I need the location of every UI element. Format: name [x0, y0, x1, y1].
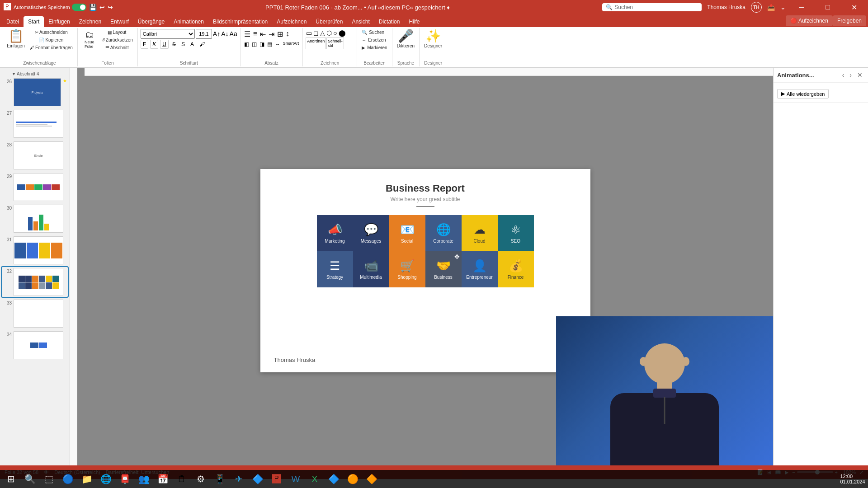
cell-cloud[interactable]: ☁ Cloud — [462, 215, 498, 251]
list-unordered-icon[interactable]: ☰ — [243, 29, 251, 39]
tab-entwurf[interactable]: Entwurf — [106, 16, 133, 27]
tab-praesentation[interactable]: Bildschirmpräsentation — [208, 16, 272, 27]
taskbar-settings[interactable]: ⚙ — [192, 470, 210, 488]
einfuegen-button[interactable]: 📋 Einfügen — [5, 29, 27, 49]
slide-29[interactable]: 29 — [2, 172, 68, 202]
decrease-font-icon[interactable]: A↓ — [221, 30, 228, 38]
cell-entrepreneur[interactable]: 👤 Entrepreneur — [462, 251, 498, 287]
taskbar-app1[interactable]: 🟠 — [344, 470, 362, 488]
tab-einfuegen[interactable]: Einfügen — [44, 16, 74, 27]
slide-33[interactable]: 33 — [2, 299, 68, 328]
columns-icon[interactable]: ⊞ — [276, 29, 284, 39]
cell-finance[interactable]: 💰 Finance — [498, 251, 534, 287]
designer-button[interactable]: ✨ Designer — [422, 29, 444, 49]
cell-corporate[interactable]: 🌐 Corporate — [425, 215, 462, 251]
increase-font-icon[interactable]: A↑ — [213, 30, 220, 38]
shape-1[interactable]: ▭ — [306, 29, 312, 37]
slide-28[interactable]: 28 Ende — [2, 141, 68, 170]
kopieren-button[interactable]: 📄Kopieren — [28, 37, 75, 43]
align-justify-icon[interactable]: ▤ — [266, 40, 273, 48]
layout-button[interactable]: ▦Layout — [99, 29, 135, 36]
cell-business[interactable]: 🤝 Business ✥ — [425, 251, 462, 287]
redo-icon[interactable]: ↪ — [108, 4, 113, 11]
slide-30[interactable]: 30 — [2, 204, 68, 234]
suchen-button[interactable]: 🔍Suchen — [360, 29, 386, 36]
line-spacing-icon[interactable]: ↕ — [285, 29, 290, 39]
panel-forward-button[interactable]: › — [848, 70, 854, 80]
clear-format-icon[interactable]: Aa — [230, 30, 237, 38]
taskbar-app2[interactable]: 🔶 — [363, 470, 381, 488]
panel-back-button[interactable]: ‹ — [840, 70, 846, 80]
diktieren-button[interactable]: 🎤 Diktieren — [395, 29, 416, 49]
italic-button[interactable]: K — [150, 40, 158, 49]
tab-ansicht[interactable]: Ansicht — [347, 16, 374, 27]
ausschneiden-button[interactable]: ✂Ausschneiden — [28, 29, 75, 36]
minimize-button[interactable]: ─ — [791, 0, 812, 14]
shape-5[interactable]: ○ — [333, 29, 337, 37]
shadow-button[interactable]: S — [179, 40, 187, 48]
zuruecksetzen-button[interactable]: ↺Zurücksetzen — [99, 37, 135, 43]
taskbar-search[interactable]: 🔍 — [21, 470, 39, 488]
shape-4[interactable]: ⬡ — [326, 29, 332, 37]
arrange-button[interactable]: Anordnen — [306, 38, 326, 49]
shape-6[interactable]: ⬤ — [338, 29, 346, 37]
slide-31[interactable]: 31 — [2, 235, 68, 265]
font-size-input[interactable] — [196, 29, 212, 39]
align-left-icon[interactable]: ◧ — [243, 40, 250, 48]
tab-datei[interactable]: Datei — [2, 16, 24, 27]
ersetzen-button[interactable]: ↔Ersetzen — [360, 37, 387, 43]
cell-shopping[interactable]: 🛒 Shopping — [389, 251, 425, 287]
taskbar-clock[interactable]: 12:0001.01.2024 — [839, 470, 866, 488]
collapse-icon[interactable]: ▾ — [13, 71, 15, 76]
taskbar-vscode[interactable]: 🔷 — [325, 470, 343, 488]
text-direction-icon[interactable]: ↔ — [274, 40, 281, 48]
cell-messages[interactable]: 💬 Messages — [353, 215, 389, 251]
share-icon[interactable]: 📤 — [767, 4, 775, 11]
taskbar-browser[interactable]: 🌐 — [97, 470, 115, 488]
play-all-button[interactable]: ▶ Alle wiedergeben — [777, 89, 829, 99]
taskbar-powerpoint[interactable]: 🅿 — [268, 470, 286, 488]
cell-marketing[interactable]: 📣 Marketing — [317, 215, 353, 251]
indent-more-icon[interactable]: ⇥ — [268, 29, 275, 39]
cell-strategy[interactable]: ☰ Strategy — [317, 251, 353, 287]
taskbar-explorer[interactable]: 📁 — [78, 470, 96, 488]
cell-seo[interactable]: ⚛ SEO — [498, 215, 534, 251]
panel-close-button[interactable]: ✕ — [855, 70, 864, 80]
tab-animationen[interactable]: Animationen — [169, 16, 208, 27]
slide-26[interactable]: 26 Projects ★ — [2, 77, 68, 107]
restore-button[interactable]: □ — [817, 0, 838, 14]
smartart-icon[interactable]: SmartArt — [282, 40, 300, 48]
autosave-switch[interactable] — [72, 4, 86, 11]
font-family-select[interactable]: Calibri — [141, 29, 195, 39]
tab-start[interactable]: Start — [24, 16, 44, 27]
canvas-area[interactable]: Business Report Write here your great su… — [77, 68, 773, 465]
taskbar-word[interactable]: W — [287, 470, 305, 488]
align-center-icon[interactable]: ◫ — [251, 40, 258, 48]
slide-34[interactable]: 34 — [2, 330, 68, 360]
search-input[interactable] — [614, 4, 691, 10]
cell-social[interactable]: 📧 Social — [389, 215, 425, 251]
taskbar-onenote[interactable]: 🗒 — [173, 470, 191, 488]
strikethrough-button[interactable]: S̶ — [170, 40, 178, 48]
tab-hilfe[interactable]: Hilfe — [404, 16, 424, 27]
taskbar-start[interactable]: ⊞ — [2, 470, 20, 488]
undo-icon[interactable]: ↩ — [99, 4, 105, 11]
tab-aufzeichnen-btn[interactable]: 🔴 Aufzeichnen — [786, 15, 833, 26]
taskbar-teams[interactable]: 👥 — [135, 470, 153, 488]
tab-ueberpruefen[interactable]: Überprüfen — [311, 16, 347, 27]
tab-uebergaenge[interactable]: Übergänge — [133, 16, 169, 27]
font-color-button[interactable]: A — [189, 40, 196, 48]
autosave-toggle[interactable]: Automatisches Speichern — [14, 4, 86, 11]
tab-zeichnen[interactable]: Zeichnen — [75, 16, 106, 27]
slide-32[interactable]: 32 — [2, 267, 68, 297]
ribbon-collapse-icon[interactable]: ⌄ — [780, 4, 786, 11]
taskbar-taskview[interactable]: ⬚ — [40, 470, 58, 488]
tab-freigeben-btn[interactable]: Freigeben — [833, 15, 866, 26]
schnellstil-button[interactable]: Schnell-stil — [326, 38, 344, 49]
save-icon[interactable]: 💾 — [89, 4, 97, 11]
taskbar-phone[interactable]: 📱 — [211, 470, 229, 488]
list-ordered-icon[interactable]: ≡ — [252, 29, 258, 39]
taskbar-edge[interactable]: 🔵 — [59, 470, 77, 488]
taskbar-telegram[interactable]: ✈ — [230, 470, 248, 488]
cell-multimedia[interactable]: 📹 Multimedia — [353, 251, 389, 287]
